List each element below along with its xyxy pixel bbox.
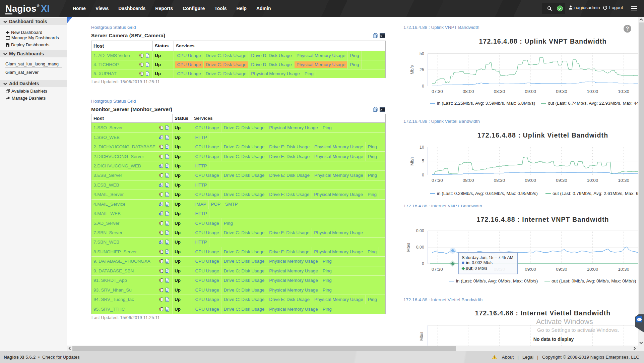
svg-text:09:00: 09:00 [525,267,536,272]
svg-text:10:00: 10:00 [587,89,598,94]
svg-text:09:00: 09:00 [525,89,536,94]
svg-text:out: 0 Mb/s: out: 0 Mb/s [466,266,487,271]
svg-text:Mb/s: Mb/s [419,331,424,341]
svg-text:0: 0 [422,84,424,89]
svg-text:172.16.4.88 : Uplink Viettel B: 172.16.4.88 : Uplink Viettel Bandwidth [477,132,608,139]
svg-text:0: 0 [422,261,424,266]
svg-text:10:30: 10:30 [618,89,629,94]
svg-text:out (Last: 0Mb/s, Avg: 0Mb/s,: out (Last: 0Mb/s, Avg: 0Mb/s, Max: 0Mb/s… [552,278,636,283]
svg-text:25: 25 [420,67,424,72]
svg-text:50: 50 [420,51,424,56]
svg-text:Mb/s: Mb/s [410,156,414,165]
svg-text:Saturday Jun, 15 – 7:45 AM: Saturday Jun, 15 – 7:45 AM [462,255,513,260]
svg-text:08:00: 08:00 [463,178,474,183]
svg-text:172.16.4.88 : Internet VNPT Ba: 172.16.4.88 : Internet VNPT Bandwidth [476,216,609,223]
svg-text:172.16.4.88 : Internet Viettel: 172.16.4.88 : Internet Viettel Bandwidth [475,309,611,317]
svg-text:10: 10 [420,145,424,150]
svg-text:09:30: 09:30 [556,267,567,272]
svg-text:07:30: 07:30 [432,178,443,183]
svg-text:172.16.4.88 : Uplink VNPT Band: 172.16.4.88 : Uplink VNPT Bandwidth [403,25,479,30]
svg-text:in: 0.002 Mb/s: in: 0.002 Mb/s [466,260,493,265]
svg-text:08:00: 08:00 [463,89,474,94]
svg-text:Activate Windows: Activate Windows [536,318,593,326]
svg-text:in (Last: 0Mb/s, Avg: 0Mb/s, M: in (Last: 0Mb/s, Avg: 0Mb/s, Max: 0Mb/s) [456,278,538,283]
svg-text:Mb/s: Mb/s [406,243,411,252]
svg-text:0.00: 0.00 [416,245,424,250]
svg-text:0: 0 [422,173,424,177]
svg-text:10:00: 10:00 [587,178,598,183]
svg-text:0.00: 0.00 [416,228,424,233]
svg-text:10:30: 10:30 [618,267,629,272]
svg-text:08:30: 08:30 [494,178,505,183]
svg-text:09:30: 09:30 [556,89,567,94]
svg-text:07:30: 07:30 [432,89,443,94]
svg-text:10:00: 10:00 [587,267,598,272]
svg-text:Mb/s: Mb/s [410,65,414,74]
svg-text:in (Last: 0.28Mb/s, Avg: 0.61M: in (Last: 0.28Mb/s, Avg: 0.61Mb/s, Max: … [437,191,538,196]
svg-text:09:30: 09:30 [556,178,567,183]
svg-text:in (Last: 2.25Mb/s, Avg: 3.59M: in (Last: 2.25Mb/s, Avg: 3.59Mb/s, Max: … [437,101,535,106]
svg-text:172.16.4.88 : Internet Viettel: 172.16.4.88 : Internet Viettel Bandwidth [403,297,482,302]
svg-text:07:30: 07:30 [432,267,443,272]
svg-text:172.16.4.88 : Uplink Viettel B: 172.16.4.88 : Uplink Viettel Bandwidth [403,119,480,124]
svg-text:out (Last: 6.74Mb/s, Avg: 22.9: out (Last: 6.74Mb/s, Avg: 22.93Mb/s, Max… [548,101,639,106]
svg-text:09:00: 09:00 [525,178,536,183]
svg-text:172.16.4.88 : Uplink VNPT Band: 172.16.4.88 : Uplink VNPT Bandwidth [479,38,607,45]
svg-text:out (Last: 0.79Mb/s, Avg: 2.61: out (Last: 0.79Mb/s, Avg: 2.61Mb/s, Max:… [553,191,640,196]
svg-text:No data to display: No data to display [533,336,574,342]
svg-text:08:30: 08:30 [494,89,505,94]
svg-text:Go to Settings to activate Win: Go to Settings to activate Windows. [537,327,619,333]
svg-text:5: 5 [422,159,424,163]
svg-text:10:30: 10:30 [618,178,629,183]
